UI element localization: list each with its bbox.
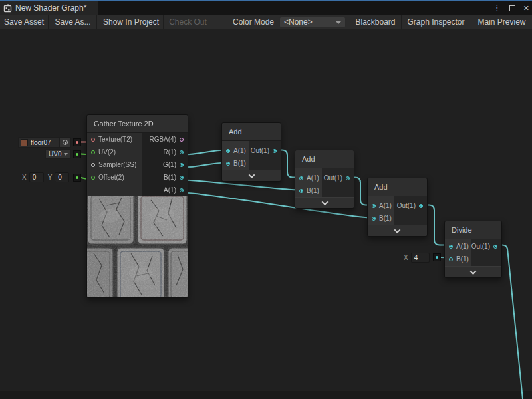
node-title[interactable]: Gather Texture 2D — [87, 115, 188, 133]
divide-b-default-connector — [433, 253, 441, 261]
add2-a-port[interactable] — [299, 176, 303, 180]
close-icon[interactable]: ✕ — [523, 4, 529, 13]
texture-thumbnail — [21, 139, 28, 146]
chevron-down-icon — [248, 172, 255, 178]
port-row-a: A(1) — [142, 184, 188, 196]
port-row-rgba: RGBA(4) — [142, 133, 188, 146]
chevron-down-icon — [470, 268, 477, 275]
texture-name: floor07 — [31, 139, 51, 146]
add2-b-port[interactable] — [299, 189, 303, 193]
maximize-icon[interactable] — [509, 5, 515, 11]
port-row-texture: Texture(T2) — [87, 133, 142, 146]
node-title[interactable]: Divide — [445, 221, 501, 239]
port-row-offset: Offset(2) — [87, 171, 142, 184]
dropdown-arrow-icon — [64, 153, 68, 156]
color-mode-label: Color Mode — [233, 15, 274, 29]
save-asset-button[interactable]: Save Asset — [0, 15, 49, 29]
offset-y-input[interactable]: 0 — [55, 172, 69, 182]
node-divide[interactable]: Divide A(1) B(1) Out(1) — [444, 221, 502, 278]
offset-input-port[interactable] — [91, 176, 95, 180]
chevron-down-icon — [321, 199, 328, 205]
sampler-input-port[interactable] — [91, 163, 95, 167]
asset-tab[interactable]: New Shader Graph* — [0, 1, 98, 15]
graph-inspector-toggle[interactable]: Graph Inspector — [401, 15, 470, 29]
main-preview-toggle[interactable]: Main Preview — [471, 15, 532, 29]
port-row-uv: UV(2) — [87, 146, 142, 158]
check-out-button: Check Out — [165, 15, 211, 29]
tab-title: New Shader Graph* — [15, 3, 86, 13]
edge-r-to-add1-a[interactable] — [184, 150, 226, 155]
edge-g-to-add1-b[interactable] — [184, 163, 226, 168]
add1-out-port[interactable] — [273, 149, 277, 153]
collapse-preview-button[interactable] — [295, 197, 354, 208]
port-row-r: R(1) — [142, 146, 188, 158]
shader-graph-icon — [3, 4, 12, 13]
port-row-sampler: Sampler(SS) — [87, 158, 142, 171]
texture-input-port[interactable] — [91, 138, 95, 142]
title-bar: New Shader Graph* ⋮ ✕ — [0, 0, 532, 15]
node-add-2[interactable]: Add A(1) B(1) Out(1) — [295, 150, 354, 209]
uv-default-connector — [73, 150, 81, 158]
node-title[interactable]: Add — [368, 178, 427, 196]
offset-default-connector — [73, 174, 81, 182]
port-row-g: G(1) — [142, 158, 188, 171]
add3-b-port[interactable] — [372, 217, 376, 221]
chevron-down-icon — [394, 227, 401, 233]
add3-a-port[interactable] — [372, 204, 376, 208]
color-mode-value: <None> — [284, 17, 313, 27]
a-output-port[interactable] — [180, 188, 184, 192]
collapse-preview-button[interactable] — [222, 170, 281, 181]
show-in-project-button[interactable]: Show In Project — [99, 15, 164, 29]
node-title[interactable]: Add — [222, 123, 281, 141]
object-picker-icon — [63, 140, 68, 145]
texture-object-field[interactable]: floor07 — [18, 137, 71, 148]
add3-out-port[interactable] — [419, 204, 423, 208]
edge-layer — [0, 0, 532, 399]
divide-b-input[interactable]: 4 — [411, 253, 430, 263]
uv-input-port[interactable] — [91, 150, 95, 154]
offset-vector2-field: X 0 Y 0 — [18, 172, 69, 182]
shader-graph-window: New Shader Graph* ⋮ ✕ Save Asset Save As… — [0, 0, 532, 399]
graph-toolbar: Save Asset Save As... Show In Project Ch… — [0, 15, 532, 29]
collapse-preview-button[interactable] — [445, 266, 501, 277]
blackboard-toggle[interactable]: Blackboard — [350, 15, 400, 29]
object-picker-button[interactable] — [59, 138, 70, 147]
port-row-b: B(1) — [142, 171, 188, 184]
add2-out-port[interactable] — [346, 176, 350, 180]
uv-channel-dropdown[interactable]: UV0 — [45, 149, 71, 159]
node-title[interactable]: Add — [295, 150, 354, 168]
collapse-preview-button[interactable] — [368, 225, 427, 236]
offset-x-input[interactable]: 0 — [29, 172, 44, 182]
texture-preview — [87, 196, 188, 297]
node-gather-texture-2d[interactable]: Gather Texture 2D Texture(T2) UV(2) Samp… — [86, 114, 188, 298]
b-output-port[interactable] — [180, 176, 184, 180]
node-add-1[interactable]: Add A(1) B(1) Out(1) — [221, 122, 281, 182]
divide-b-float-field: X 4 — [400, 253, 430, 263]
g-output-port[interactable] — [180, 163, 184, 167]
window-menu-icon[interactable]: ⋮ — [493, 1, 501, 15]
divide-out-port[interactable] — [493, 245, 497, 249]
add1-a-port[interactable] — [226, 149, 230, 153]
r-output-port[interactable] — [180, 150, 184, 154]
rgba-output-port[interactable] — [180, 138, 184, 142]
texture-default-connector — [73, 138, 81, 146]
color-mode-dropdown[interactable]: <None> — [279, 17, 346, 28]
node-add-3[interactable]: Add A(1) B(1) Out(1) — [367, 178, 428, 237]
divide-b-port[interactable] — [449, 257, 453, 261]
divide-a-port[interactable] — [449, 245, 453, 249]
dropdown-arrow-icon — [336, 21, 341, 24]
add1-b-port[interactable] — [226, 162, 230, 166]
save-as-button[interactable]: Save As... — [49, 15, 97, 29]
